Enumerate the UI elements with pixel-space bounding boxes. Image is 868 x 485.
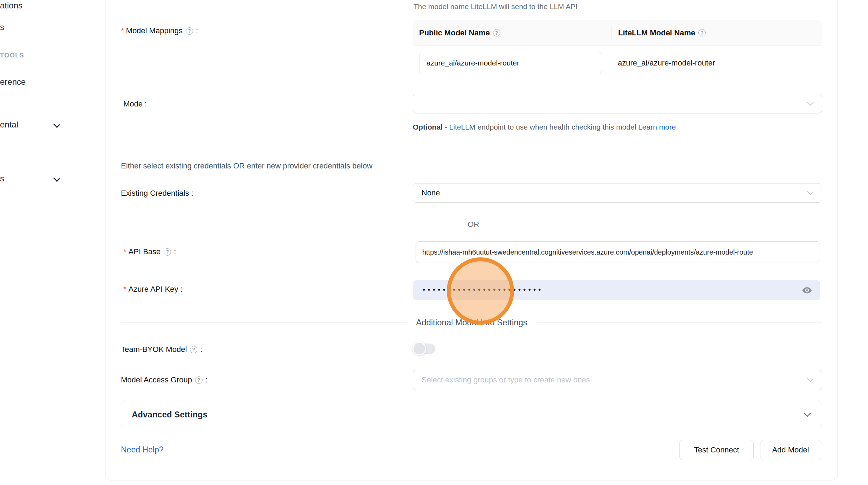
litellm-model-name-value: azure_ai/azure-model-router (618, 46, 715, 80)
need-help-link[interactable]: Need Help? (121, 445, 163, 455)
colon: : (191, 189, 193, 198)
sidebar-item-ations[interactable]: ations (0, 1, 22, 11)
toggle-knob (412, 342, 426, 355)
help-question-icon[interactable]: ? (164, 248, 171, 256)
model-access-group-select[interactable]: Select existing groups or type to create… (413, 370, 822, 390)
sidebar-item-erence[interactable]: erence (0, 77, 26, 87)
sidebar-item-s1[interactable]: s (0, 22, 4, 32)
divider (537, 323, 822, 323)
help-question-icon[interactable]: ? (190, 346, 197, 353)
click-indicator (447, 257, 514, 325)
test-connect-button[interactable]: Test Connect (679, 440, 754, 460)
chevron-down-icon[interactable] (53, 175, 60, 182)
mode-select[interactable] (413, 94, 822, 113)
chevron-down-icon (804, 410, 811, 417)
colon: : (205, 375, 207, 384)
model-mappings-label: * Model Mappings ? : (121, 26, 198, 35)
mode-label-text: Mode (123, 99, 143, 109)
divider (121, 225, 461, 225)
api-base-label-text: API Base (129, 247, 161, 256)
add-model-page: ations s TOOLS erence ental s The model … (0, 0, 868, 485)
public-model-name-input[interactable]: azure_ai/azure-model-router (419, 52, 602, 74)
public-model-name-header: Public Model Name ? (413, 28, 611, 37)
colon: : (200, 345, 202, 354)
existing-credentials-value: None (422, 188, 440, 198)
model-mappings-label-text: Model Mappings (126, 26, 183, 35)
required-asterisk: * (123, 247, 127, 256)
team-byok-toggle[interactable] (414, 344, 435, 354)
required-asterisk: * (121, 26, 124, 35)
advanced-settings-title: Advanced Settings (132, 410, 207, 420)
team-byok-label: Team-BYOK Model ? : (121, 345, 202, 354)
colon: : (196, 26, 198, 35)
team-byok-label-text: Team-BYOK Model (121, 345, 187, 354)
colon: : (145, 99, 147, 109)
help-question-icon[interactable]: ? (493, 29, 500, 36)
divider (487, 225, 822, 225)
colon: : (174, 247, 176, 256)
colon: : (180, 285, 182, 294)
table-row: azure_ai/azure-model-router azure_ai/azu… (413, 46, 822, 80)
mode-label: Mode : (123, 99, 147, 109)
help-question-icon[interactable]: ? (698, 29, 706, 36)
advanced-settings-panel[interactable]: Advanced Settings (121, 401, 822, 428)
sidebar-item-s2[interactable]: s (0, 174, 4, 183)
model-access-group-label: Model Access Group ? : (121, 375, 207, 384)
model-access-group-label-text: Model Access Group (121, 375, 192, 384)
eye-icon[interactable] (801, 285, 813, 296)
sidebar: ations s TOOLS erence ental s (0, 0, 105, 485)
required-asterisk: * (123, 285, 127, 294)
header-text: LiteLLM Model Name (618, 28, 695, 37)
chevron-down-icon (807, 188, 813, 195)
help-question-icon[interactable]: ? (195, 376, 203, 384)
model-access-group-placeholder: Select existing groups or type to create… (422, 375, 590, 384)
existing-credentials-label-text: Existing Credentials (121, 189, 189, 198)
azure-api-key-label-text: Azure API Key (129, 285, 178, 294)
mode-optional-note: Optional - LiteLLM endpoint to use when … (413, 120, 702, 134)
chevron-down-icon (807, 375, 813, 382)
optional-bold: Optional (413, 123, 443, 131)
help-question-icon[interactable]: ? (186, 27, 193, 35)
existing-credentials-label: Existing Credentials : (121, 189, 193, 198)
table-header-row: Public Model Name ? LiteLLM Model Name ? (413, 20, 822, 46)
learn-more-link[interactable]: Learn more (638, 123, 676, 131)
or-divider-text: OR (468, 220, 479, 229)
sidebar-item-ental[interactable]: ental (0, 120, 18, 130)
add-model-form-card: The model name LiteLLM will send to the … (105, 0, 838, 480)
api-base-label: * API Base ? : (123, 247, 176, 256)
divider (121, 323, 407, 323)
credentials-note: Either select existing credentials OR en… (121, 161, 373, 171)
sidebar-section-tools: TOOLS (0, 52, 24, 59)
model-mappings-table: Public Model Name ? LiteLLM Model Name ?… (413, 20, 822, 80)
header-text: Public Model Name (419, 28, 490, 37)
litellm-model-name-header: LiteLLM Model Name ? (611, 26, 822, 40)
existing-credentials-select[interactable]: None (413, 183, 822, 203)
add-model-button[interactable]: Add Model (760, 440, 821, 460)
chevron-down-icon (807, 99, 813, 105)
litellm-model-name-helper: The model name LiteLLM will send to the … (414, 2, 577, 11)
azure-api-key-label: * Azure API Key : (123, 285, 183, 294)
optional-text: - LiteLLM endpoint to use when health ch… (443, 123, 638, 131)
chevron-down-icon[interactable] (53, 121, 60, 128)
